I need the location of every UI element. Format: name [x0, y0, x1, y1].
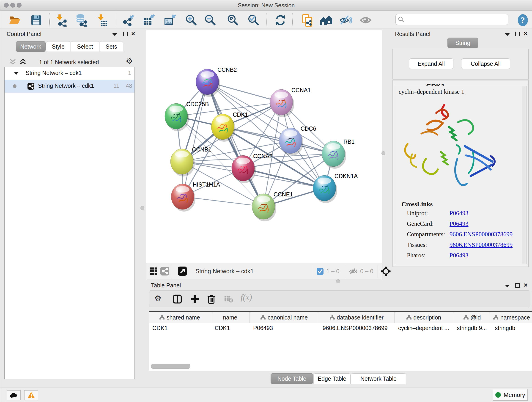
import-table-file-icon[interactable] — [96, 14, 109, 27]
tab-edge-table[interactable]: Edge Table — [313, 373, 351, 384]
tab-style[interactable]: Style — [46, 41, 70, 52]
node-CCNA1[interactable]: CCNA1 — [270, 87, 311, 117]
column-header-description[interactable]: description — [394, 312, 453, 323]
table-cell[interactable]: 9606.ENSP00000378699 — [319, 323, 394, 333]
column-header-sharedname[interactable]: shared name — [149, 312, 211, 323]
string-network-graph[interactable]: CCNB2CCNA1CDC25BCDK1CDC6RB1CCNB1CCNA2CDK… — [146, 30, 382, 263]
export-network-icon[interactable] — [122, 14, 134, 27]
network-tree: String Network – cdk1 1 String Network –… — [4, 67, 135, 379]
column-header-canonicalname[interactable]: canonical name — [249, 312, 319, 323]
refresh-view-icon[interactable] — [274, 14, 287, 27]
tab-string[interactable]: String — [447, 38, 478, 48]
show-columns-icon[interactable] — [173, 294, 182, 304]
results-vertical-scrollbar[interactable] — [522, 86, 526, 264]
node-RB1[interactable]: RB1 — [322, 138, 355, 169]
network-status-dot — [13, 84, 17, 88]
save-session-icon[interactable] — [30, 14, 43, 27]
table-panel-collapse-icon[interactable] — [504, 284, 510, 288]
table-cell[interactable]: CDK1 — [149, 323, 211, 333]
table-cell[interactable]: cyclin–dependent ... — [394, 323, 453, 333]
column-header-namespace[interactable]: namespace — [491, 312, 532, 323]
open-session-icon[interactable] — [8, 14, 21, 27]
collapse-all-button[interactable]: Collapse All — [461, 58, 510, 69]
duplicate-network-icon[interactable] — [301, 14, 314, 27]
help-icon[interactable]: ? — [516, 14, 529, 27]
show-all-icon[interactable] — [360, 14, 373, 27]
node-CDKN1A[interactable]: CDKN1A — [313, 173, 358, 203]
right-splitter-handle[interactable] — [381, 151, 385, 155]
birdseye-navigator-icon[interactable] — [380, 266, 391, 277]
tab-network[interactable]: Network — [16, 41, 46, 52]
zoom-fit-icon[interactable] — [227, 14, 239, 27]
search-input[interactable] — [395, 14, 508, 25]
control-panel-close-icon[interactable]: × — [131, 30, 135, 37]
network-share-view-icon[interactable] — [160, 267, 169, 275]
tab-node-table[interactable]: Node Table — [271, 373, 313, 384]
import-network-database-icon[interactable] — [75, 14, 88, 27]
edge-CCNE1-CCNB2[interactable] — [207, 82, 264, 206]
bottom-splitter-handle[interactable] — [336, 279, 340, 283]
control-panel-float-icon[interactable] — [123, 32, 128, 36]
tree-expander-icon[interactable] — [14, 71, 19, 75]
table-cell[interactable]: stringdb — [491, 323, 532, 333]
zoom-out-icon[interactable] — [204, 14, 217, 27]
export-image-icon[interactable] — [163, 14, 176, 27]
delete-column-icon[interactable] — [207, 294, 216, 304]
hide-selected-icon[interactable] — [339, 14, 352, 27]
crosslink-link[interactable]: P06493 — [450, 252, 469, 259]
open-in-window-icon[interactable] — [178, 267, 187, 276]
memory-button[interactable]: Memory — [493, 389, 528, 401]
import-network-file-icon[interactable] — [55, 14, 67, 27]
column-header-name[interactable]: name — [211, 312, 249, 323]
table-row[interactable]: CDK1CDK1P064939606.ENSP00000378699cyclin… — [149, 323, 532, 333]
table-panel-close-icon[interactable]: × — [524, 281, 527, 289]
warnings-button[interactable] — [24, 390, 38, 400]
crosslink-link[interactable]: P06493 — [450, 220, 469, 227]
zoom-in-icon[interactable] — [185, 14, 198, 27]
network-collection-row[interactable]: String Network – cdk1 1 — [5, 67, 134, 80]
node-CDC25B[interactable]: CDC25B — [165, 101, 209, 131]
table-panel-float-icon[interactable] — [515, 283, 520, 288]
results-panel-float-icon[interactable] — [515, 32, 520, 36]
column-header-databaseidentifier[interactable]: database identifier — [319, 312, 394, 323]
grid-view-icon[interactable] — [149, 267, 158, 275]
collection-label: String Network – cdk1 — [26, 70, 82, 76]
cloud-button[interactable] — [7, 390, 21, 400]
node-HIST1H1A[interactable]: HIST1H1A — [171, 181, 220, 211]
tab-sets[interactable]: Sets — [100, 41, 123, 52]
results-panel-close-icon[interactable]: × — [524, 30, 527, 37]
node-CCNB2[interactable]: CCNB2 — [196, 66, 237, 97]
first-neighbors-icon[interactable] — [320, 14, 333, 27]
table-cell[interactable]: stringdb:9... — [453, 323, 491, 333]
table-cell[interactable]: CDK1 — [211, 323, 249, 333]
table-cell[interactable]: P06493 — [249, 323, 319, 333]
main-toolbar: ? — [0, 11, 532, 28]
table-horizontal-scrollbar[interactable] — [151, 364, 190, 369]
network-row[interactable]: String Network – cdk1 11 48 — [5, 80, 134, 93]
control-panel-collapse-icon[interactable] — [112, 32, 118, 36]
node-CCNB1[interactable]: CCNB1 — [171, 146, 211, 177]
tab-select[interactable]: Select — [71, 41, 99, 52]
results-panel-collapse-icon[interactable] — [504, 32, 510, 36]
node-CCNA2[interactable]: CCNA2 — [232, 153, 273, 183]
export-table-icon[interactable] — [143, 14, 155, 27]
edge-CCNB2-HIST1H1A[interactable] — [183, 82, 207, 197]
node-CDK1[interactable]: CDK1 — [211, 111, 248, 142]
add-column-icon[interactable] — [190, 294, 199, 304]
crosslink-link[interactable]: 9606.ENSP00000378699 — [450, 231, 513, 238]
expand-all-button[interactable]: Expand All — [409, 58, 453, 69]
cytoscape-window: Session: New Session ? Control Panel — [0, 0, 532, 402]
node-CCNE1[interactable]: CCNE1 — [252, 191, 293, 221]
table-options-gear-icon[interactable]: ⚙ — [154, 294, 161, 302]
selected-checkbox-icon[interactable] — [317, 268, 323, 275]
zoom-selected-icon[interactable] — [247, 14, 260, 27]
crosslink-link[interactable]: 9606.ENSP00000378699 — [450, 241, 513, 249]
tab-network-table[interactable]: Network Table — [351, 373, 406, 384]
network-canvas[interactable]: CCNB2CCNA1CDC25BCDK1CDC6RB1CCNB1CCNA2CDK… — [146, 30, 382, 263]
left-splitter-handle[interactable] — [140, 206, 144, 210]
network-options-gear-icon[interactable]: ⚙ — [126, 57, 133, 65]
crosslink-link[interactable]: P06493 — [450, 210, 469, 217]
column-header-id[interactable]: @id — [453, 312, 491, 323]
node-label-CCNB1: CCNB1 — [192, 146, 211, 153]
footer-separator — [313, 265, 313, 278]
